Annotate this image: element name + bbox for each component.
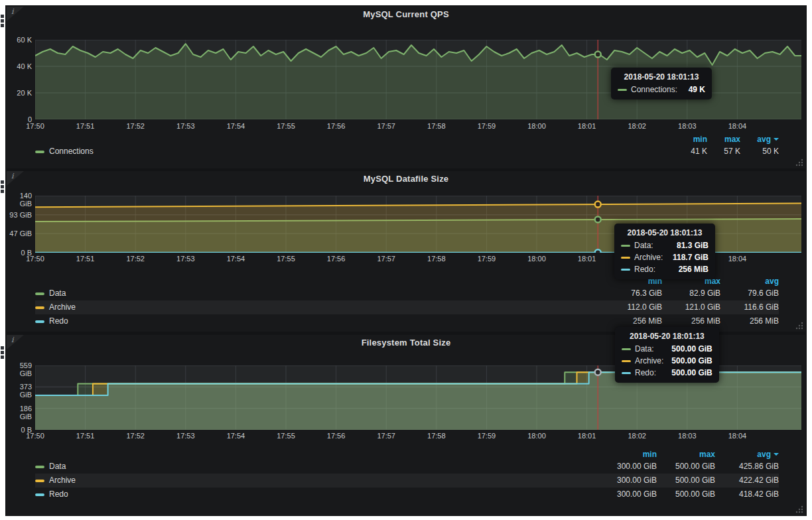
legend-max-value: 500.00 GiB [657, 487, 715, 501]
series-color-dash [35, 306, 44, 309]
sort-caret-icon [774, 453, 779, 456]
legend-min-value: 300.00 GiB [598, 474, 657, 487]
legend-sort-avg[interactable]: avg [720, 276, 779, 287]
x-axis-label: 17:51 [67, 122, 104, 130]
tooltip-label: Connections: [631, 85, 677, 94]
panel-resize-handle[interactable] [795, 159, 803, 166]
legend-sort-avg[interactable]: avg [715, 449, 779, 460]
legend-sort-min[interactable]: min [598, 449, 657, 460]
series-name[interactable]: Connections [49, 145, 94, 159]
legend-sort-min[interactable]: min [674, 134, 707, 145]
x-axis-label: 17:53 [167, 255, 204, 263]
legend-header-row: min max avg [35, 134, 779, 145]
legend-max-value: 256 MiB [662, 314, 720, 328]
panel-title[interactable]: MySQL Current QPS [7, 9, 805, 19]
x-axis-label: 18:01 [569, 255, 606, 263]
panel-drag-grip[interactable] [1, 346, 5, 360]
legend-row: Redo 256 MiB 256 MiB 256 MiB [35, 314, 779, 328]
x-axis-label: 17:54 [217, 122, 254, 130]
legend-avg-value: 418.42 GiB [715, 487, 779, 501]
series-color-dash [35, 151, 44, 153]
graph-tooltip: 2018-05-20 18:01:13 Data: 500.00 GiB Arc… [615, 327, 719, 383]
y-axis-label: 40 K [7, 62, 32, 70]
panel-drag-grip[interactable] [1, 180, 5, 194]
y-axis-label: 60 K [7, 36, 32, 44]
series-name[interactable]: Archive [49, 300, 76, 314]
x-axis-label: 17:53 [167, 122, 204, 130]
x-axis-label: 18:04 [718, 255, 756, 263]
legend-min-value: 300.00 GiB [598, 460, 657, 474]
legend-avg-value: 425.86 GiB [715, 460, 779, 474]
legend-max-value: 82.9 GiB [662, 287, 720, 300]
x-axis-label: 18:04 [718, 122, 756, 130]
legend-avg-value: 50 K [740, 145, 779, 159]
tooltip-value: 49 K [681, 85, 705, 94]
legend-sort-max[interactable]: max [657, 449, 715, 460]
tooltip-row: Connections: 49 K [618, 85, 705, 94]
series-name[interactable]: Archive [49, 474, 76, 487]
series-color-dash [621, 269, 630, 271]
x-axis-label: 17:55 [267, 255, 304, 263]
y-axis-label: 186 GiB [7, 405, 32, 421]
x-axis-label: 17:57 [368, 432, 405, 440]
x-axis-label: 17:56 [318, 432, 355, 440]
x-axis-label: 17:58 [418, 255, 455, 263]
x-axis-label: 18:01 [569, 432, 606, 440]
legend-avg-value: 422.42 GiB [715, 474, 779, 487]
panel-title[interactable]: MySQL Datafile Size [7, 174, 805, 184]
sort-caret-icon [774, 138, 779, 141]
series-color-dash [35, 320, 44, 323]
y-axis-label: 0 B [7, 249, 32, 257]
x-axis-label: 17:51 [67, 432, 104, 440]
legend-min-value: 41 K [674, 145, 707, 159]
legend-max-value: 500.00 GiB [657, 474, 715, 487]
legend-sort-max[interactable]: max [707, 134, 740, 145]
series-name[interactable]: Data [49, 287, 66, 300]
series-color-dash [35, 480, 44, 482]
legend-max-value: 500.00 GiB [657, 460, 715, 474]
tooltip-label: Data: [635, 344, 654, 354]
tooltip-time: 2018-05-20 18:01:13 [622, 332, 712, 341]
tooltip-row: Archive: 500.00 GiB [622, 356, 712, 365]
legend-min-value: 112.0 GiB [604, 300, 662, 314]
legend-min-value: 76.3 GiB [604, 287, 662, 300]
series-color-dash [621, 257, 630, 259]
screen: i MySQL Current QPS min max avg Connecti… [0, 0, 812, 520]
series-name[interactable]: Data [49, 460, 66, 474]
y-axis-label: 0 [7, 115, 32, 123]
y-axis-label: 0 B [7, 426, 32, 434]
tooltip-time: 2018-05-20 18:01:13 [618, 72, 705, 82]
tooltip-value: 81.3 GiB [669, 241, 709, 250]
x-axis-label: 17:56 [318, 255, 355, 263]
x-axis-label: 18:03 [669, 432, 706, 440]
x-axis-label: 17:55 [267, 432, 304, 440]
series-name[interactable]: Redo [49, 314, 68, 328]
tooltip-label: Data: [634, 241, 653, 250]
tooltip-value: 500.00 GiB [663, 356, 712, 365]
x-axis-label: 18:01 [569, 122, 606, 130]
legend: min max avg Data 76.3 GiB 82.9 GiB 79.6 … [35, 276, 779, 328]
series-color-dash [618, 89, 627, 91]
x-axis-label: 17:52 [117, 122, 154, 130]
legend-avg-value: 116.6 GiB [720, 300, 779, 314]
legend-sort-avg[interactable]: avg [740, 134, 779, 145]
x-axis-label: 17:58 [418, 122, 455, 130]
tooltip-label: Redo: [634, 265, 655, 274]
x-axis-label: 18:00 [518, 432, 555, 440]
tooltip-value: 500.00 GiB [663, 344, 712, 354]
x-axis-label: 17:54 [217, 255, 254, 263]
tooltip-time: 2018-05-20 18:01:13 [621, 228, 709, 237]
panel-drag-grip[interactable] [1, 15, 5, 29]
graph-tooltip: 2018-05-20 18:01:13 Connections: 49 K [611, 68, 712, 99]
series-color-dash [35, 493, 44, 496]
x-axis-label: 18:04 [718, 432, 756, 440]
legend-row: Data 300.00 GiB 500.00 GiB 425.86 GiB [35, 460, 779, 474]
series-color-dash [622, 360, 631, 362]
x-axis-label: 17:57 [368, 122, 405, 130]
x-axis-label: 17:59 [468, 255, 505, 263]
panel-resize-handle[interactable] [795, 322, 803, 330]
series-color-dash [622, 372, 631, 374]
series-name[interactable]: Redo [49, 487, 68, 501]
tooltip-value: 500.00 GiB [663, 368, 712, 377]
panel-resize-handle[interactable] [795, 505, 803, 513]
